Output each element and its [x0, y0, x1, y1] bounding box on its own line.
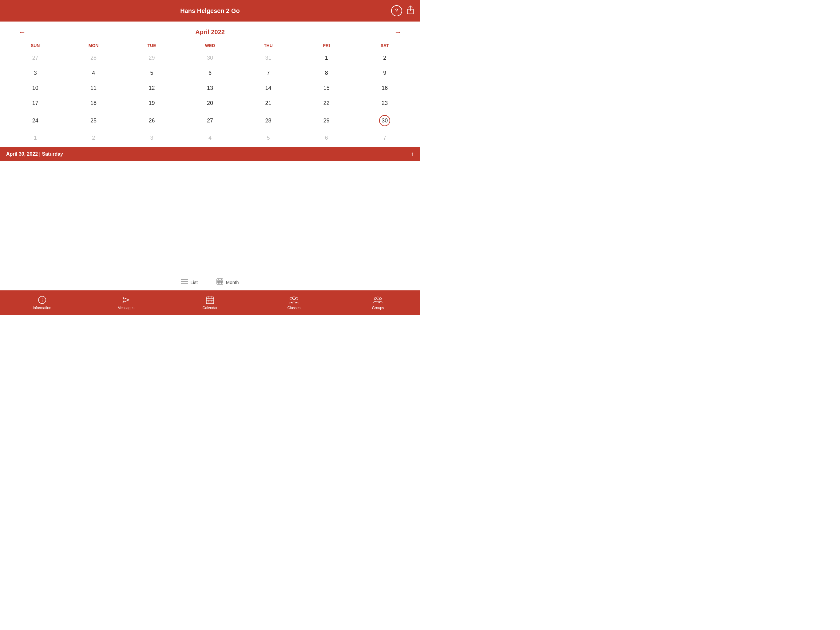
calendar-day-3[interactable]: 3 — [123, 130, 181, 146]
calendar-icon — [205, 295, 215, 304]
app-title: Hans Helgesen 2 Go — [180, 7, 240, 14]
svg-marker-17 — [123, 298, 129, 302]
calendar-day-4[interactable]: 4 — [181, 130, 239, 146]
calendar-body: 2728293031123456789101112131415161718192… — [6, 51, 414, 146]
calendar-day-5[interactable]: 5 — [239, 130, 297, 146]
share-button[interactable] — [407, 6, 414, 16]
calendar-day-11[interactable]: 11 — [64, 81, 122, 96]
tab-messages[interactable]: Messages — [111, 295, 141, 310]
calendar-day-24[interactable]: 24 — [6, 111, 64, 130]
tab-classes[interactable]: Classes — [279, 295, 309, 310]
calendar-day-10[interactable]: 10 — [6, 81, 64, 96]
calendar-day-7[interactable]: 7 — [356, 130, 414, 146]
tab-calendar-label: Calendar — [203, 306, 218, 310]
tab-messages-label: Messages — [117, 306, 134, 310]
svg-point-31 — [377, 297, 379, 299]
messages-icon — [122, 295, 131, 304]
header-actions: ? — [391, 5, 414, 16]
calendar-day-7[interactable]: 7 — [239, 65, 297, 81]
calendar-day-9[interactable]: 9 — [356, 65, 414, 81]
calendar-day-21[interactable]: 21 — [239, 96, 297, 111]
help-button[interactable]: ? — [391, 5, 402, 16]
calendar-day-13[interactable]: 13 — [181, 81, 239, 96]
day-header-sat: SAT — [356, 41, 414, 51]
calendar-day-29[interactable]: 29 — [297, 111, 355, 130]
list-icon — [181, 279, 188, 286]
calendar-day-16[interactable]: 16 — [356, 81, 414, 96]
tab-information-label: Information — [33, 306, 51, 310]
list-label: List — [190, 280, 197, 285]
month-nav: ← April 2022 → — [6, 25, 414, 40]
calendar-day-1[interactable]: 1 — [6, 130, 64, 146]
calendar-container: ← April 2022 → SUNMONTUEWEDTHUFRISAT 272… — [0, 22, 420, 146]
calendar-day-30[interactable]: 30 — [356, 111, 414, 130]
month-label: Month — [226, 280, 239, 285]
month-title: April 2022 — [195, 28, 225, 36]
month-view-button[interactable]: Month — [216, 278, 239, 287]
svg-point-32 — [379, 298, 382, 300]
tab-groups-label: Groups — [372, 306, 384, 310]
svg-point-30 — [374, 298, 377, 300]
calendar-day-30[interactable]: 30 — [181, 51, 239, 65]
svg-point-29 — [296, 298, 298, 300]
calendar-grid: SUNMONTUEWEDTHUFRISAT 272829303112345678… — [6, 41, 414, 146]
calendar-day-26[interactable]: 26 — [123, 111, 181, 130]
calendar-day-17[interactable]: 17 — [6, 96, 64, 111]
tab-bar: Information Messages Calendar — [0, 290, 420, 315]
calendar-day-14[interactable]: 14 — [239, 81, 297, 96]
svg-point-27 — [292, 297, 295, 300]
app-header: Hans Helgesen 2 Go ? — [0, 0, 420, 22]
calendar-day-28[interactable]: 28 — [239, 111, 297, 130]
day-header-tue: TUE — [123, 41, 181, 51]
day-headers-row: SUNMONTUEWEDTHUFRISAT — [6, 41, 414, 51]
day-header-thu: THU — [239, 41, 297, 51]
calendar-week-5: 1234567 — [6, 130, 414, 146]
calendar-day-20[interactable]: 20 — [181, 96, 239, 111]
calendar-day-8[interactable]: 8 — [297, 65, 355, 81]
calendar-day-31[interactable]: 31 — [239, 51, 297, 65]
calendar-week-4: 24252627282930 — [6, 111, 414, 130]
calendar-day-27[interactable]: 27 — [6, 51, 64, 65]
svg-point-28 — [290, 298, 292, 300]
day-header-sun: SUN — [6, 41, 64, 51]
calendar-week-1: 3456789 — [6, 65, 414, 81]
calendar-day-28[interactable]: 28 — [64, 51, 122, 65]
calendar-day-5[interactable]: 5 — [123, 65, 181, 81]
tab-information[interactable]: Information — [27, 295, 57, 310]
view-toggle-bar: List Month — [0, 274, 420, 290]
calendar-day-25[interactable]: 25 — [64, 111, 122, 130]
calendar-week-0: 272829303112 — [6, 51, 414, 65]
calendar-day-1[interactable]: 1 — [297, 51, 355, 65]
groups-icon — [373, 295, 382, 304]
calendar-day-27[interactable]: 27 — [181, 111, 239, 130]
list-view-button[interactable]: List — [181, 279, 197, 286]
calendar-week-2: 10111213141516 — [6, 81, 414, 96]
calendar-day-4[interactable]: 4 — [64, 65, 122, 81]
calendar-day-3[interactable]: 3 — [6, 65, 64, 81]
day-header-fri: FRI — [297, 41, 355, 51]
tab-classes-label: Classes — [287, 306, 301, 310]
selected-date-label: April 30, 2022 | Saturday — [6, 151, 63, 157]
calendar-day-29[interactable]: 29 — [123, 51, 181, 65]
calendar-week-3: 17181920212223 — [6, 96, 414, 111]
prev-month-button[interactable]: ← — [19, 28, 26, 36]
calendar-day-6[interactable]: 6 — [297, 130, 355, 146]
calendar-day-23[interactable]: 23 — [356, 96, 414, 111]
selected-date-bar: April 30, 2022 | Saturday ↑ — [0, 147, 420, 161]
calendar-day-15[interactable]: 15 — [297, 81, 355, 96]
calendar-day-22[interactable]: 22 — [297, 96, 355, 111]
next-month-button[interactable]: → — [394, 28, 401, 36]
calendar-day-6[interactable]: 6 — [181, 65, 239, 81]
svg-point-16 — [42, 298, 43, 299]
calendar-day-2[interactable]: 2 — [356, 51, 414, 65]
calendar-day-19[interactable]: 19 — [123, 96, 181, 111]
tab-groups[interactable]: Groups — [363, 295, 393, 310]
day-header-mon: MON — [64, 41, 122, 51]
calendar-day-12[interactable]: 12 — [123, 81, 181, 96]
scroll-up-button[interactable]: ↑ — [411, 150, 414, 157]
calendar-day-18[interactable]: 18 — [64, 96, 122, 111]
month-icon — [216, 278, 224, 287]
calendar-day-2[interactable]: 2 — [64, 130, 122, 146]
tab-calendar[interactable]: Calendar — [195, 295, 225, 310]
information-icon — [38, 295, 47, 304]
